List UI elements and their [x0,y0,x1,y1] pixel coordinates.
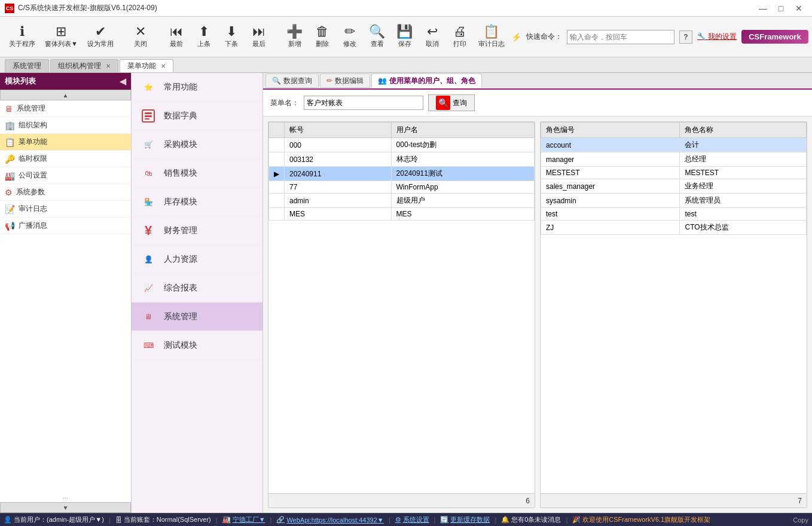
table-row[interactable]: ▶ 20240911 20240911测试 [269,167,535,181]
module-warehouse[interactable]: 🏪 库存模块 [132,188,262,216]
close-button[interactable]: ✕ [790,2,807,14]
table-row[interactable]: ZJ CTO技术总监 [541,221,807,235]
tab-org-close[interactable]: ✕ [106,63,111,69]
view-button[interactable]: 🔍 查看 [364,20,390,54]
sub-tab-menu-users[interactable]: 👥 使用菜单的用户、组、角色 [371,74,482,88]
help-button[interactable]: ? [679,30,692,44]
sidebar-item-sys-param[interactable]: ⚙ 系统参数 [0,184,131,201]
col-username: 用户名 [391,123,534,138]
tables-area: 帐号 用户名 000 000-test勿删 003132 林志玲 ▶ 20240… [263,117,812,513]
role-id-cell: test [541,208,680,221]
right-data-table: 角色编号 角色名称 account 会计 manager 总经理 MESTEST… [541,122,807,235]
sidebar-collapse-button[interactable]: ◀ [120,77,126,86]
edit-button[interactable]: ✏ 修改 [337,20,363,54]
next-button[interactable]: ⬇ 下条 [218,20,245,54]
table-row[interactable]: 000 000-test勿删 [269,138,535,152]
table-row[interactable]: MESTEST MESTEST [541,167,807,179]
username-cell: 林志玲 [391,152,534,167]
maximize-button[interactable]: □ [773,2,789,14]
row-arrow-cell [269,152,285,167]
tab-sys-mgr[interactable]: 系统管理 [5,59,49,72]
tab-menu-func[interactable]: 菜单功能 ✕ [120,59,173,72]
table-row[interactable]: sysadmin 系统管理员 [541,194,807,208]
right-data-panel: 角色编号 角色名称 account 会计 manager 总经理 MESTEST… [540,121,807,508]
search-icon: 🔍 [436,96,450,110]
sidebar-item-org-arch[interactable]: 🏢 组织架构 [0,117,131,134]
module-test[interactable]: ⌨ 测试模块 [132,331,262,360]
module-finance[interactable]: ¥ 财务管理 [132,216,262,245]
module-common[interactable]: ⭐ 常用功能 [132,73,262,102]
delete-button[interactable]: 🗑 删除 [309,20,335,54]
print-button[interactable]: 🖨 打印 [447,20,473,54]
username-cell: 20240911测试 [391,167,534,181]
module-data-dict-icon [139,106,158,126]
save-button[interactable]: 💾 保存 [392,20,418,54]
cancel-button[interactable]: ↩ 取消 [419,20,445,54]
menu-name-input[interactable] [304,96,423,110]
username-cell: 超级用户 [391,194,534,208]
left-data-table: 帐号 用户名 000 000-test勿删 003132 林志玲 ▶ 20240… [268,122,535,221]
module-sales-label: 销售模块 [164,168,197,179]
module-sys-admin[interactable]: 🖥 系统管理 [132,302,262,331]
sub-tab-data-edit[interactable]: ✏ 数据编辑 [320,74,370,88]
module-warehouse-icon: 🏪 [139,192,158,212]
table-row[interactable]: sales_manager 业务经理 [541,179,807,194]
query-button[interactable]: 🔍 查询 [428,94,475,111]
audit-log-button[interactable]: 📋 审计日志 [474,20,509,54]
sidebar-item-menu-func[interactable]: 📋 菜单功能 [0,134,131,151]
first-button[interactable]: ⏮ 最前 [163,20,190,54]
toolbar-nav-group: ⏮ 最前 ⬆ 上条 ⬇ 下条 ⏭ 最后 [163,20,272,54]
status-update[interactable]: 🔄 更新缓存数据 [440,515,490,524]
table-row[interactable]: account 会计 [541,138,807,152]
add-button[interactable]: ➕ 新增 [282,20,308,54]
sub-tab-data-query[interactable]: 🔍 数据查询 [265,74,319,88]
left-table-scroll[interactable]: 帐号 用户名 000 000-test勿删 003132 林志玲 ▶ 20240… [268,122,535,493]
last-button[interactable]: ⏭ 最后 [246,20,272,54]
tab-bar: 系统管理 组织机构管理 ✕ 菜单功能 ✕ [0,57,812,73]
cmd-input[interactable] [567,30,674,44]
sidebar-scroll-down[interactable]: ▼ [0,502,131,513]
module-report[interactable]: 📈 综合报表 [132,274,262,302]
right-table-scroll[interactable]: 角色编号 角色名称 account 会计 manager 总经理 MESTEST… [541,122,807,493]
minimize-button[interactable]: — [755,2,771,14]
close-button[interactable]: ✕ 关闭 [127,20,154,54]
sys-param-icon: ⚙ [5,188,13,197]
sidebar: 模块列表 ◀ ▲ 🖥 系统管理 🏢 组织架构 📋 菜单功能 🔑 [0,73,132,513]
company-icon: 🏭 [5,171,15,181]
status-sys-settings[interactable]: ⚙ 系统设置 [395,515,429,524]
table-row[interactable]: test test [541,208,807,221]
prev-button[interactable]: ⬆ 上条 [191,20,217,54]
sidebar-item-broadcast[interactable]: 📢 广播消息 [0,218,131,234]
sidebar-header: 模块列表 ◀ [0,73,131,90]
factory-icon: 🏭 [222,516,231,524]
status-factory[interactable]: 🏭 宁德工厂▼ [222,515,265,524]
status-webapi[interactable]: 🔗 WebApi:https://localhost:44392▼ [276,516,383,524]
module-hr[interactable]: 👤 人力资源 [132,245,262,274]
sidebar-item-sys-mgmt[interactable]: 🖥 系统管理 [0,100,131,117]
about-button[interactable]: ℹ 关于程序 [5,20,39,54]
sidebar-scroll-up[interactable]: ▲ [0,90,131,100]
module-common-icon: ⭐ [139,78,158,97]
sidebar-item-company[interactable]: 🏭 公司设置 [0,167,131,184]
settings-link[interactable]: 🔧 我的设置 [697,32,737,42]
table-row[interactable]: 003132 林志玲 [269,152,535,167]
module-sales[interactable]: 🛍 销售模块 [132,159,262,188]
module-data-dict-label: 数据字典 [164,111,197,121]
sidebar-item-temp-perm[interactable]: 🔑 临时权限 [0,151,131,167]
copy-button[interactable]: Copy [793,516,808,524]
work-area: 🔍 数据查询 ✏ 数据编辑 👥 使用菜单的用户、组、角色 菜单名： 🔍 [263,73,812,513]
set-common-button[interactable]: ✔ 设为常用 [83,20,118,54]
table-row[interactable]: 77 WinFormApp [269,181,535,194]
sidebar-more[interactable]: ... [0,490,131,502]
tab-org-mgr[interactable]: 组织机构管理 ✕ [50,59,118,72]
table-row[interactable]: manager 总经理 [541,152,807,167]
sidebar-item-audit-log[interactable]: 📝 审计日志 [0,201,131,218]
module-purchase[interactable]: 🛒 采购模块 [132,130,262,159]
window-list-button[interactable]: ⊞ 窗体列表▼ [41,20,82,54]
module-data-dict[interactable]: 数据字典 [132,102,262,130]
tab-menu-close[interactable]: ✕ [161,63,166,69]
col-arrow [269,123,285,138]
left-row-count: 6 [526,497,530,505]
table-row[interactable]: MES MES [269,208,535,221]
table-row[interactable]: admin 超级用户 [269,194,535,208]
